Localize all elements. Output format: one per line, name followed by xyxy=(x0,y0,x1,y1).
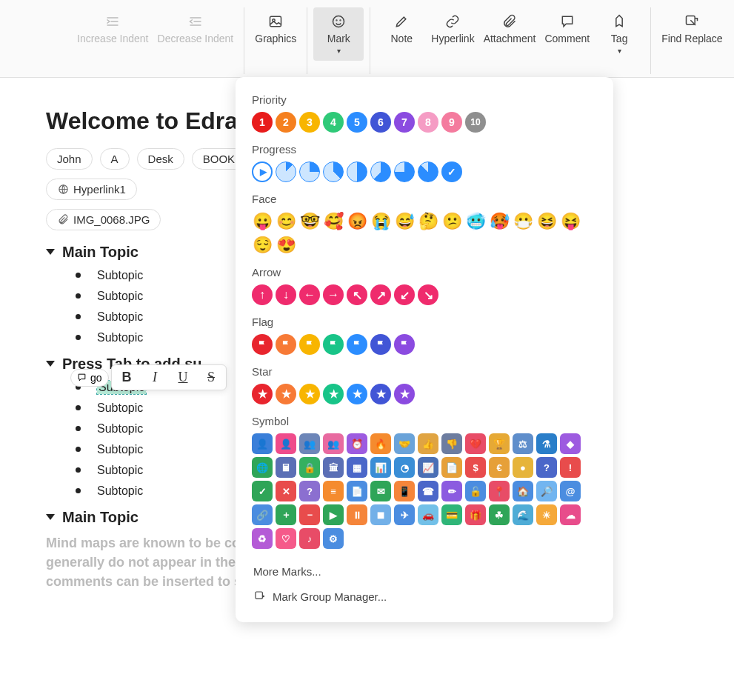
priority-mark[interactable]: 5 xyxy=(347,112,367,133)
symbol-mark[interactable]: ⏰ xyxy=(347,433,367,454)
symbol-mark[interactable]: ♡ xyxy=(276,528,296,549)
collapse-toggle-icon[interactable] xyxy=(46,514,55,520)
symbol-mark[interactable]: ⏹ xyxy=(370,504,391,525)
face-mark[interactable]: 😌 xyxy=(252,235,273,256)
symbol-mark[interactable]: ≡ xyxy=(323,481,344,501)
collapse-toggle-icon[interactable] xyxy=(46,361,55,367)
symbol-mark[interactable]: 📄 xyxy=(347,481,367,501)
arrow-mark[interactable]: ↗ xyxy=(370,284,391,305)
symbol-mark[interactable]: ✏ xyxy=(441,481,462,501)
priority-mark[interactable]: 2 xyxy=(276,112,296,133)
face-mark[interactable]: 😕 xyxy=(441,211,462,232)
arrow-mark[interactable]: ↖ xyxy=(347,284,367,305)
symbol-mark[interactable]: ● xyxy=(513,457,533,478)
symbol-mark[interactable]: ♻ xyxy=(252,528,273,549)
symbol-mark[interactable]: ? xyxy=(299,481,320,501)
mark-group-manager-button[interactable]: Mark Group Manager... xyxy=(252,584,597,609)
face-mark[interactable]: 😅 xyxy=(394,211,415,232)
symbol-mark[interactable]: 💔 xyxy=(465,433,486,454)
symbol-mark[interactable]: － xyxy=(299,504,320,525)
progress-mark[interactable] xyxy=(276,161,296,182)
face-mark[interactable]: 😊 xyxy=(276,211,296,232)
symbol-mark[interactable]: 🏛 xyxy=(323,457,344,478)
symbol-mark[interactable]: 📱 xyxy=(394,481,415,501)
tag-button[interactable]: Tag ▾ xyxy=(594,7,644,61)
symbol-mark[interactable]: $ xyxy=(465,457,486,478)
symbol-mark[interactable]: ☘ xyxy=(489,504,510,525)
face-mark[interactable]: 😍 xyxy=(276,235,296,256)
symbol-mark[interactable]: 🔓 xyxy=(465,481,486,501)
face-mark[interactable]: 🥰 xyxy=(323,211,344,232)
face-mark[interactable]: 😆 xyxy=(536,211,557,232)
comment-button[interactable]: Comment xyxy=(540,7,594,51)
arrow-mark[interactable]: → xyxy=(323,284,344,305)
progress-mark[interactable] xyxy=(299,161,320,182)
symbol-mark[interactable]: ⚗ xyxy=(536,433,557,454)
arrow-mark[interactable]: ↑ xyxy=(252,284,273,305)
symbol-mark[interactable]: 📈 xyxy=(418,457,438,478)
flag-mark[interactable] xyxy=(347,334,367,355)
symbol-mark[interactable]: € xyxy=(489,457,510,478)
symbol-mark[interactable]: 🔥 xyxy=(370,433,391,454)
strike-button[interactable]: S xyxy=(204,370,218,385)
symbol-mark[interactable]: ☁ xyxy=(560,504,581,525)
symbol-mark[interactable]: 🔎 xyxy=(536,481,557,501)
progress-mark[interactable]: ✓ xyxy=(441,161,462,182)
symbol-mark[interactable]: 🔒 xyxy=(299,457,320,478)
decrease-indent-button[interactable]: Decrease Indent xyxy=(153,7,238,51)
hyperlink-button[interactable]: Hyperlink xyxy=(427,7,478,51)
symbol-mark[interactable]: ⚖ xyxy=(513,433,533,454)
symbol-mark[interactable]: ⚙ xyxy=(323,528,344,549)
symbol-mark[interactable]: 💳 xyxy=(441,504,462,525)
face-mark[interactable]: 🤓 xyxy=(299,211,320,232)
find-replace-button[interactable]: Find Replace xyxy=(657,7,727,51)
flag-mark[interactable] xyxy=(299,334,320,355)
star-mark[interactable]: ★ xyxy=(370,384,391,404)
priority-mark[interactable]: 6 xyxy=(370,112,391,133)
face-mark[interactable]: 😝 xyxy=(560,211,581,232)
flag-mark[interactable] xyxy=(394,334,415,355)
tag-chip[interactable]: John xyxy=(46,148,93,170)
face-mark[interactable]: 😡 xyxy=(347,211,367,232)
graphics-button[interactable]: Graphics xyxy=(250,7,301,51)
note-button[interactable]: Note xyxy=(376,7,427,51)
underline-button[interactable]: U xyxy=(176,370,190,385)
symbol-mark[interactable]: 🏆 xyxy=(489,433,510,454)
symbol-mark[interactable]: 📍 xyxy=(489,481,510,501)
symbol-mark[interactable]: ▦ xyxy=(347,457,367,478)
symbol-mark[interactable]: 🏠 xyxy=(513,481,533,501)
flag-mark[interactable] xyxy=(252,334,273,355)
symbol-mark[interactable]: 🔗 xyxy=(252,504,273,525)
symbol-mark[interactable]: 👍 xyxy=(418,433,438,454)
symbol-mark[interactable]: ▶ xyxy=(323,504,344,525)
priority-mark[interactable]: 1 xyxy=(252,112,273,133)
more-marks-button[interactable]: More Marks... xyxy=(252,559,597,584)
symbol-mark[interactable]: 👥 xyxy=(323,433,344,454)
symbol-mark[interactable]: 🚗 xyxy=(418,504,438,525)
symbol-mark[interactable]: 🌊 xyxy=(513,504,533,525)
face-mark[interactable]: 😷 xyxy=(513,211,533,232)
symbol-mark[interactable]: ☀ xyxy=(536,504,557,525)
symbol-mark[interactable]: 📄 xyxy=(441,457,462,478)
star-mark[interactable]: ★ xyxy=(347,384,367,404)
attachment-button[interactable]: Attachment xyxy=(479,7,541,51)
mark-button[interactable]: Mark ▾ xyxy=(313,7,364,61)
star-mark[interactable]: ★ xyxy=(394,384,415,404)
arrow-mark[interactable]: ↓ xyxy=(276,284,296,305)
symbol-mark[interactable]: ! xyxy=(560,457,581,478)
priority-mark[interactable]: 7 xyxy=(394,112,415,133)
attachment-chip[interactable]: IMG_0068.JPG xyxy=(46,209,161,230)
symbol-mark[interactable]: ♪ xyxy=(299,528,320,549)
symbol-mark[interactable]: 🤝 xyxy=(394,433,415,454)
tag-chip[interactable]: Desk xyxy=(137,148,184,170)
tag-chip[interactable]: A xyxy=(100,148,130,170)
arrow-mark[interactable]: ← xyxy=(299,284,320,305)
face-mark[interactable]: 😭 xyxy=(370,211,391,232)
symbol-mark[interactable]: 🌐 xyxy=(252,457,273,478)
priority-mark[interactable]: 9 xyxy=(441,112,462,133)
symbol-mark[interactable]: ✕ xyxy=(276,481,296,501)
progress-mark[interactable] xyxy=(418,161,438,182)
bold-button[interactable]: B xyxy=(119,370,134,385)
symbol-mark[interactable]: ◆ xyxy=(560,433,581,454)
symbol-mark[interactable]: ? xyxy=(536,457,557,478)
